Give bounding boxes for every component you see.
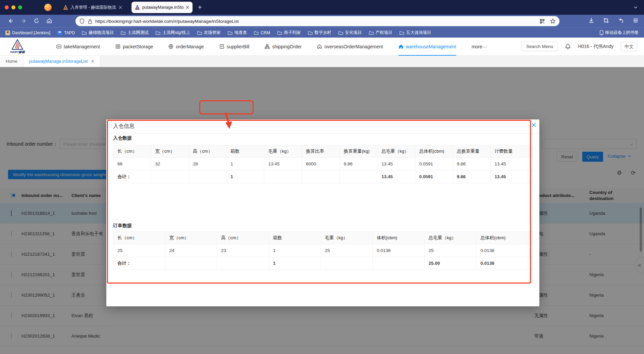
close-tab-icon[interactable] — [186, 6, 189, 9]
bookmark-folder[interactable]: 燕子到家 — [277, 30, 301, 36]
reload-icon[interactable] — [34, 18, 40, 24]
hart-logo: HART赫德 — [9, 39, 26, 54]
bookmark-star-icon[interactable] — [550, 18, 555, 24]
bookmark-item[interactable]: TAPD — [57, 31, 75, 35]
menu-item-more[interactable]: more··· — [472, 38, 487, 56]
new-tab-button[interactable]: + — [198, 4, 202, 11]
folder-icon — [121, 31, 125, 35]
table-header-row: 长（cm）宽（cm）高（cm）箱数毛重（kg）体积(cbm)总毛重（kg）总体积… — [113, 232, 533, 244]
window-controls[interactable] — [5, 5, 22, 9]
minimize-window-button[interactable] — [11, 5, 15, 9]
menu-hamburger-icon[interactable] — [633, 17, 639, 23]
menu-item-warehouse-management[interactable]: warehouseManagement — [398, 38, 456, 56]
table-data-row: 2524231250.0138250.0138 — [113, 244, 533, 257]
hart-favicon-icon — [135, 5, 140, 10]
folder-icon — [82, 31, 87, 35]
browser-tab-bar: 入库管理 - 赫德国际物流管理系统 putawayManage.inStorag… — [0, 0, 644, 15]
folder-icon — [369, 31, 374, 35]
mobile-bookmarks[interactable]: 移动设备上的书签 — [600, 30, 639, 36]
forward-icon[interactable] — [21, 18, 27, 24]
search-menu-button[interactable]: Search Menu — [522, 42, 558, 51]
folder-icon — [308, 31, 313, 35]
toolbar-right-icons — [588, 17, 639, 23]
home-icon[interactable] — [46, 18, 52, 24]
hart-favicon-icon — [63, 5, 68, 10]
bookmark-folder[interactable]: CRM — [254, 31, 270, 35]
home-icon — [398, 44, 404, 49]
lock-icon[interactable] — [88, 19, 92, 24]
menu-item-take-management[interactable]: takeManagement — [56, 38, 100, 56]
home-icon — [317, 44, 322, 49]
tab-instoragelist[interactable]: putawayManage.inStorageList — [23, 56, 100, 67]
folder-icon — [254, 31, 259, 35]
browser-window: 入库管理 - 赫德国际物流管理系统 putawayManage.inStorag… — [0, 0, 644, 354]
language-button[interactable]: 中文 — [621, 42, 637, 51]
inbound-data-table: 长（cm）宽（cm）高（cm）箱数毛重（kg）换算比率换算重量(kg)总毛重（k… — [113, 145, 533, 183]
truck-icon — [56, 44, 61, 49]
menu-item-order-manage[interactable]: orderManage — [168, 38, 204, 56]
firefox-icon[interactable] — [44, 4, 52, 11]
tab-title: 入库管理 - 赫德国际物流管理系统 — [70, 5, 116, 10]
bookmark-folder[interactable]: 五大连池项目 — [399, 30, 431, 36]
folder-icon — [277, 31, 282, 35]
list-tabs-chevron-icon[interactable] — [633, 5, 638, 10]
url-text[interactable]: https://bookingmgr.hart-worldwide.com/#/… — [95, 19, 540, 24]
qr-code-icon[interactable] — [540, 19, 545, 24]
network-icon — [265, 44, 270, 49]
bell-icon[interactable] — [565, 44, 571, 49]
url-bar[interactable]: https://bookingmgr.hart-worldwide.com/#/… — [75, 16, 559, 26]
close-tab-icon[interactable] — [119, 6, 122, 9]
modal-close-icon[interactable] — [532, 123, 536, 127]
menu-item-supplier-bill[interactable]: supplierBill — [219, 38, 250, 56]
bookmark-folder[interactable]: 产权项目 — [369, 30, 392, 36]
order-data-table: 长（cm）宽（cm）高（cm）箱数毛重（kg）体积(cbm)总毛重（kg）总体积… — [113, 232, 533, 270]
tab-home[interactable]: Home — [0, 56, 23, 67]
nav-right-cluster: Search Menu H016 - 代伟Andy 中文 — [522, 42, 637, 51]
bookmark-folder[interactable]: 数字乡村 — [308, 30, 331, 36]
screenshot-icon[interactable] — [603, 17, 609, 23]
menu-item-overseas-order-management[interactable]: overseasOrderManagement — [317, 38, 383, 56]
bookmark-folder[interactable]: 农场管家 — [197, 30, 221, 36]
phone-icon — [600, 30, 603, 35]
package-icon — [115, 44, 120, 49]
menu-item-packet-storage[interactable]: packetStorage — [115, 38, 153, 56]
folder-icon — [338, 31, 343, 35]
globe-icon — [168, 44, 173, 49]
modal-title: 入仓信息 — [106, 119, 539, 134]
browser-tab-inactive[interactable]: 入库管理 - 赫德国际物流管理系统 — [60, 2, 125, 13]
bookmark-folder[interactable]: 安化项目 — [338, 30, 362, 36]
shield-icon[interactable] — [79, 18, 85, 24]
tapd-icon — [57, 31, 62, 35]
browser-tab-active[interactable]: putawayManage.inStorageList — [131, 2, 193, 13]
app-menu: takeManagement packetStorage orderManage… — [56, 38, 487, 56]
inbound-data-section-label: 入仓数据 — [113, 135, 132, 141]
undo-arrow-icon[interactable] — [618, 17, 624, 23]
bookmark-folder[interactable]: 土流网测试 — [121, 30, 149, 36]
bookmarks-bar: Dashboard [Jenkins] TAPD 赫德物流项目 土流网测试 土流… — [0, 28, 644, 38]
jenkins-avatar-icon — [5, 31, 10, 35]
order-data-section-label: 订单数据 — [113, 223, 132, 229]
warehousing-info-modal: 入仓信息 入仓数据 长（cm）宽（cm）高（cm）箱数毛重（kg）换算比率换算重… — [106, 119, 539, 306]
tab-title: putawayManage.inStorageList — [142, 5, 183, 10]
menu-item-shipping-order[interactable]: shippingOrder — [265, 38, 302, 56]
user-name[interactable]: H016 - 代伟Andy — [578, 44, 613, 50]
bookmark-folder[interactable]: 赫德物流项目 — [82, 30, 114, 36]
app-nav-bar: HART赫德 takeManagement packetStorage orde… — [0, 38, 644, 56]
folder-icon — [156, 31, 160, 35]
table-data-row: 663228113.4560009.8613.450.05919.8613.45 — [113, 158, 533, 170]
browser-toolbar: https://bookingmgr.hart-worldwide.com/#/… — [0, 15, 644, 28]
bookmark-folder[interactable]: 地查查 — [228, 30, 247, 36]
back-icon[interactable] — [7, 18, 14, 24]
zoom-window-button[interactable] — [18, 5, 22, 9]
folder-icon — [228, 31, 232, 35]
downloads-icon[interactable] — [588, 17, 594, 23]
bookmark-item[interactable]: Dashboard [Jenkins] — [5, 31, 50, 35]
page-tab-strip: Home putawayManage.inStorageList — [0, 56, 644, 67]
table-header-row: 长（cm）宽（cm）高（cm）箱数毛重（kg）换算比率换算重量(kg)总毛重（k… — [113, 145, 533, 158]
bill-icon — [219, 44, 224, 49]
bookmark-folder[interactable]: 土流网stg/线上 — [156, 30, 190, 36]
close-tab-icon[interactable] — [91, 60, 94, 63]
close-window-button[interactable] — [5, 5, 9, 9]
folder-icon — [399, 31, 404, 35]
table-total-row: 合计：125.000.0138 — [113, 257, 533, 270]
